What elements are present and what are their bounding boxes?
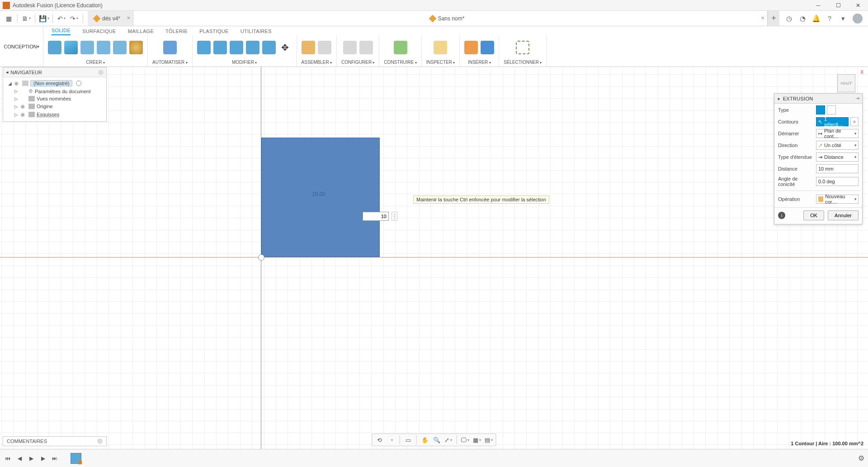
pan-icon[interactable]: ✋: [420, 435, 429, 444]
ribbon-tab-utilitaires[interactable]: UTILITAIRES: [241, 29, 272, 35]
zoom-window-icon[interactable]: ⤢: [444, 435, 453, 444]
sweep-icon[interactable]: [113, 41, 127, 54]
type-thin-icon[interactable]: [827, 105, 836, 114]
display-settings-icon[interactable]: 🖵: [461, 435, 470, 444]
redo-icon[interactable]: ↷: [68, 13, 80, 24]
close-icon[interactable]: ×: [761, 14, 764, 21]
zoom-icon[interactable]: 🔍: [432, 435, 441, 444]
create-box-icon[interactable]: [64, 41, 78, 54]
timeline-prev-icon[interactable]: ◀: [15, 454, 24, 462]
selected-sketch-face[interactable]: [261, 138, 380, 257]
configure-icon[interactable]: [343, 41, 357, 54]
operation-dropdown[interactable]: Nouveau cor… ▾: [816, 195, 859, 204]
joint-icon[interactable]: [302, 41, 315, 54]
visibility-icon[interactable]: ◉: [14, 80, 20, 86]
fillet-icon[interactable]: [213, 41, 227, 54]
extent-dropdown[interactable]: ⇥ Distance ▾: [816, 152, 859, 162]
split-icon[interactable]: [262, 41, 276, 54]
browser-item-params[interactable]: ▷ ⚙ Paramètres du document: [3, 87, 106, 95]
new-tab-button[interactable]: +: [768, 11, 779, 26]
extensions-icon[interactable]: ◷: [785, 14, 793, 23]
comments-panel[interactable]: COMMENTAIRES: [3, 436, 107, 446]
window-maximize[interactable]: ☐: [828, 0, 848, 11]
dialog-header[interactable]: ● EXTRUSION ⇥: [774, 94, 862, 104]
ribbon-tab-maillage[interactable]: MAILLAGE: [128, 29, 154, 35]
insert-derive-icon[interactable]: [464, 41, 478, 54]
move-icon[interactable]: ✥: [278, 41, 292, 54]
revolve-icon[interactable]: [97, 41, 110, 54]
canvas-input-menu-icon[interactable]: ⋮: [392, 212, 397, 221]
job-status-icon[interactable]: ◔: [798, 14, 807, 23]
panel-label-automatiser[interactable]: AUTOMATISER: [152, 60, 188, 65]
as-built-icon[interactable]: [318, 41, 331, 54]
timeline-start-icon[interactable]: ⏮: [4, 454, 12, 462]
panel-label-configurer[interactable]: CONFIGURER: [341, 60, 374, 65]
browser-item-views[interactable]: ▷ Vues nommées: [3, 95, 106, 102]
info-icon[interactable]: i: [778, 212, 785, 219]
contours-selection-chip[interactable]: ↖ 1 sélecti…: [816, 117, 849, 126]
cancel-button[interactable]: Annuler: [828, 210, 859, 220]
insert-canvas-icon[interactable]: [481, 41, 494, 54]
file-menu-icon[interactable]: 🗎: [20, 13, 32, 24]
close-icon[interactable]: ×: [127, 14, 130, 21]
combine-icon[interactable]: [246, 41, 259, 54]
workspace-picker[interactable]: CONCEPTION: [0, 26, 43, 67]
apps-grid-icon[interactable]: ▦: [3, 13, 14, 24]
ribbon-tab-tolerie[interactable]: TÔLERIE: [165, 29, 188, 35]
extrude-icon[interactable]: [80, 41, 94, 54]
profile-menu-caret[interactable]: ▾: [839, 14, 847, 23]
timeline-next-icon[interactable]: ▶: [39, 454, 47, 462]
browser-root-item[interactable]: ◢◉ (Non enregistré): [3, 79, 106, 87]
panel-label-inspecter[interactable]: INSPECTER: [426, 60, 455, 65]
ok-button[interactable]: OK: [803, 210, 824, 220]
doc-tab-2[interactable]: Sans nom* ×: [133, 11, 768, 26]
manage-cfg-icon[interactable]: [359, 41, 373, 54]
orbit-icon[interactable]: ⟲: [375, 435, 384, 444]
model-canvas[interactable]: 10.00 ⋮ Maintenir la touche Ctrl enfoncé…: [0, 67, 868, 449]
panel-label-selectionner[interactable]: SÉLECTIONNER: [504, 60, 542, 65]
timeline-end-icon[interactable]: ⏭: [51, 454, 59, 462]
timeline-play-icon[interactable]: ▶: [27, 454, 35, 462]
panel-label-modifier[interactable]: MODIFIER: [232, 60, 257, 65]
panel-label-construire[interactable]: CONSTRUIRE: [384, 60, 416, 65]
grid-settings-icon[interactable]: ▦: [472, 435, 481, 444]
browser-item-origin[interactable]: ▷◉ Origine: [3, 102, 106, 110]
panel-label-assembler[interactable]: ASSEMBLER: [302, 60, 332, 65]
canvas-distance-input[interactable]: [363, 212, 389, 221]
pin-icon[interactable]: ⇥: [855, 95, 859, 101]
distance-input[interactable]: 10 mm: [816, 164, 859, 173]
timeline-settings-icon[interactable]: ⚙: [858, 454, 864, 462]
save-icon[interactable]: 💾: [38, 13, 50, 24]
start-plane-dropdown[interactable]: ↦ Plan de cont… ▾: [816, 129, 859, 138]
visibility-icon[interactable]: ◉: [20, 111, 27, 118]
panel-label-inserer[interactable]: INSÉRER: [468, 60, 491, 65]
ribbon-tab-plastique[interactable]: PLASTIQUE: [199, 29, 228, 35]
timeline-sketch-node[interactable]: [71, 453, 81, 464]
type-solid-icon[interactable]: [816, 105, 825, 114]
measure-icon[interactable]: [434, 41, 447, 54]
doc-tab-1[interactable]: dés v4* ×: [88, 11, 133, 26]
select-icon[interactable]: [516, 41, 529, 54]
visibility-icon[interactable]: ◉: [20, 103, 27, 110]
panel-label-creer[interactable]: CRÉER: [86, 60, 104, 65]
orbit-drop[interactable]: [387, 435, 396, 444]
construct-plane-icon[interactable]: [394, 41, 407, 54]
clear-selection-icon[interactable]: ×: [850, 117, 859, 126]
user-avatar[interactable]: [853, 14, 863, 24]
direction-dropdown[interactable]: ↗ Un côté ▾: [816, 141, 859, 150]
notifications-icon[interactable]: 🔔: [812, 14, 820, 23]
help-icon[interactable]: ?: [826, 14, 834, 23]
ribbon-tab-solide[interactable]: SOLIDE: [52, 28, 71, 35]
automate-icon[interactable]: [163, 41, 177, 54]
window-minimize[interactable]: ─: [808, 0, 828, 11]
ribbon-tab-surfacique[interactable]: SURFACIQUE: [82, 29, 116, 35]
viewcube-face[interactable]: HAUT: [837, 74, 855, 92]
shell-icon[interactable]: [230, 41, 243, 54]
activate-icon[interactable]: [76, 81, 81, 86]
browser-item-sketches[interactable]: ▷◉ Esquisses: [3, 110, 106, 119]
viewport-layout-icon[interactable]: ▤: [484, 435, 493, 444]
new-sketch-icon[interactable]: [48, 41, 61, 54]
browser-options-icon[interactable]: [98, 70, 104, 75]
undo-icon[interactable]: ↶: [56, 13, 67, 24]
lookat-icon[interactable]: ▭: [404, 435, 413, 444]
